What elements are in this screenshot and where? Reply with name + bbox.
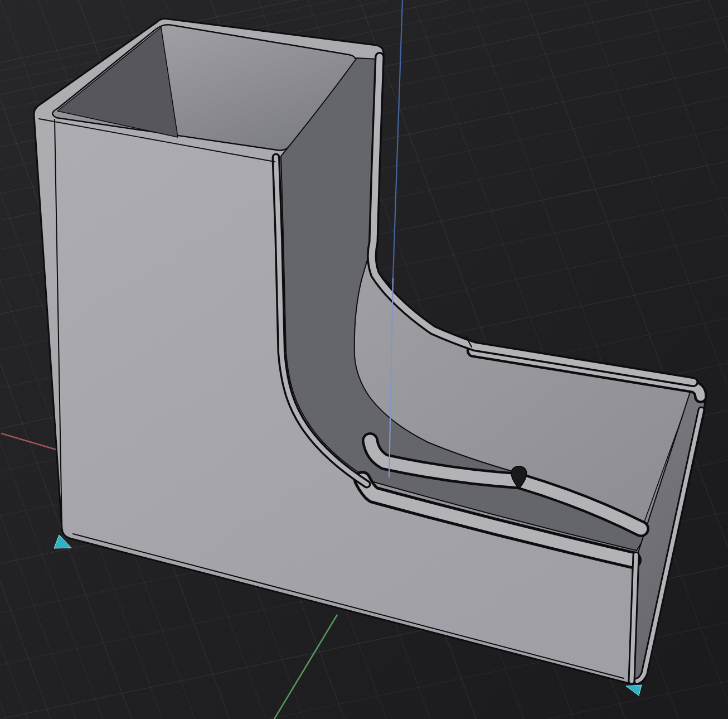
viewport-canvas[interactable]: L-shaped hollow part — [0, 0, 728, 719]
viewport-3d[interactable]: L-shaped hollow part — [0, 0, 728, 719]
